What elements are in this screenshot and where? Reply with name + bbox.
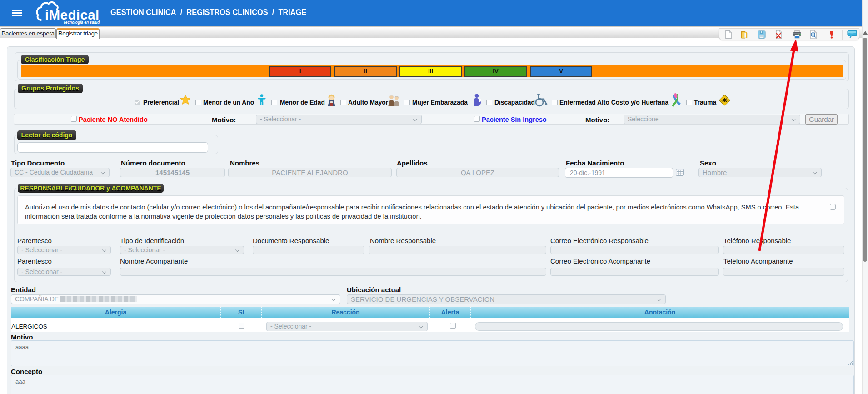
svg-text:Tecnología en salud: Tecnología en salud [63,20,100,25]
